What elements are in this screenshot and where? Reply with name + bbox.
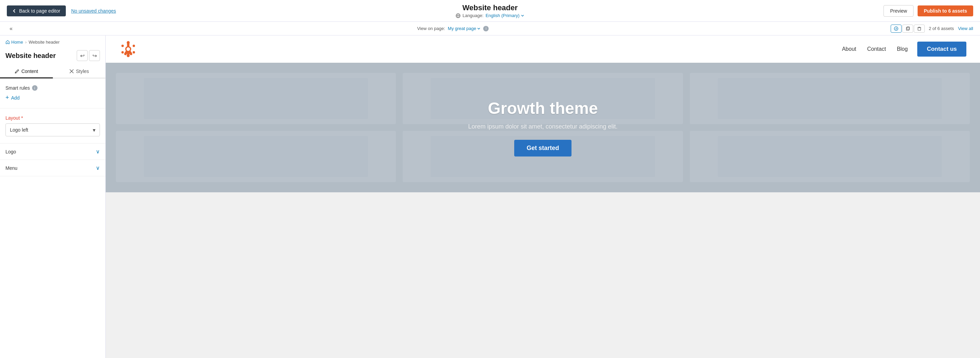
contact-us-button[interactable]: Contact us	[917, 41, 966, 57]
main-layout: Home › Website header Website header ↩ ↪…	[0, 35, 980, 358]
menu-section-label: Menu	[5, 165, 18, 171]
top-bar-left: Back to page editor No unsaved changes	[7, 5, 116, 16]
sidebar-title-row: Website header ↩ ↪	[0, 49, 105, 65]
copy-icon-button[interactable]	[902, 25, 913, 33]
nav-blog[interactable]: Blog	[897, 46, 908, 52]
tab-styles[interactable]: Styles	[53, 65, 106, 78]
chevron-down-icon	[477, 27, 480, 30]
svg-point-23	[127, 48, 130, 51]
svg-point-12	[127, 41, 130, 45]
collapse-sidebar-button[interactable]: «	[7, 24, 15, 33]
svg-point-18	[127, 54, 130, 57]
svg-point-14	[133, 45, 135, 47]
pencil-icon	[15, 69, 19, 74]
smart-rules-info-icon[interactable]: i	[32, 85, 38, 91]
language-row: Language: English (Primary)	[455, 13, 524, 18]
second-bar-left: «	[7, 24, 15, 33]
header-nav-and-cta: About Contact Blog Contact us	[842, 41, 966, 57]
smart-rules-section: Smart rules i + Add	[0, 78, 105, 108]
restore-icon-button[interactable]	[891, 25, 902, 33]
logo-section-label: Logo	[5, 149, 16, 154]
header-nav: About Contact Blog	[842, 46, 908, 52]
breadcrumb: Home › Website header	[0, 35, 105, 49]
globe-icon	[455, 13, 460, 18]
tab-content[interactable]: Content	[0, 65, 53, 78]
info-icon[interactable]: i	[483, 26, 488, 31]
assets-count: 2 of 6 assets	[929, 26, 954, 31]
second-bar: « View on page: My great page i	[0, 22, 980, 35]
asset-action-icons	[891, 25, 925, 33]
hero-cta-button[interactable]: Get started	[514, 140, 571, 156]
layout-section: Layout * Logo leftLogo centerLogo right …	[0, 108, 105, 143]
nav-contact[interactable]: Contact	[867, 46, 886, 52]
hero-title: Growth theme	[468, 99, 617, 118]
layout-select[interactable]: Logo leftLogo centerLogo right	[6, 124, 100, 136]
top-bar: Back to page editor No unsaved changes W…	[0, 0, 980, 22]
svg-point-20	[121, 51, 124, 54]
chevron-down-icon	[521, 14, 525, 18]
breadcrumb-separator: ›	[25, 40, 27, 45]
home-icon	[5, 40, 10, 45]
svg-point-22	[121, 45, 124, 47]
undo-redo-controls: ↩ ↪	[77, 50, 100, 61]
logo-section-toggle[interactable]: Logo ∨	[0, 143, 105, 160]
top-bar-right: Preview Publish to 6 assets	[883, 5, 973, 17]
restore-icon	[894, 26, 899, 31]
sidebar-title: Website header	[5, 52, 56, 60]
hubspot-logo	[119, 40, 137, 58]
logo-chevron-icon: ∨	[96, 148, 100, 155]
layout-select-wrapper: Logo leftLogo centerLogo right ▾	[5, 123, 100, 136]
sidebar-tabs: Content Styles	[0, 65, 105, 78]
svg-point-16	[133, 51, 135, 54]
svg-rect-6	[918, 28, 921, 30]
language-selector[interactable]: English (Primary)	[485, 13, 525, 18]
delete-icon-button[interactable]	[914, 25, 925, 33]
svg-rect-4	[906, 27, 909, 30]
top-bar-center: Website header Language: English (Primar…	[455, 3, 524, 18]
redo-button[interactable]: ↪	[89, 50, 100, 61]
undo-button[interactable]: ↩	[77, 50, 88, 61]
copy-icon	[905, 26, 910, 31]
layout-field-label: Layout *	[5, 115, 100, 121]
trash-icon	[917, 26, 922, 31]
website-header-preview: About Contact Blog Contact us	[106, 35, 980, 63]
svg-point-3	[894, 27, 898, 30]
hero-subtitle: Lorem ipsum dolor sit amet, consectetur …	[468, 123, 617, 130]
breadcrumb-home-link[interactable]: Home	[5, 40, 23, 45]
hubspot-logo-icon	[119, 40, 137, 58]
x-icon	[69, 69, 74, 74]
menu-chevron-icon: ∨	[96, 165, 100, 171]
unsaved-changes-link[interactable]: No unsaved changes	[71, 8, 116, 14]
sidebar: Home › Website header Website header ↩ ↪…	[0, 35, 106, 358]
smart-rules-label: Smart rules i	[5, 85, 100, 91]
view-on-page-section: View on page: My great page i	[417, 26, 488, 31]
preview-area: About Contact Blog Contact us Growth the…	[106, 35, 980, 358]
add-smart-rule-button[interactable]: + Add	[5, 94, 19, 101]
second-bar-right: 2 of 6 assets View all	[891, 25, 973, 33]
back-to-editor-button[interactable]: Back to page editor	[7, 5, 66, 16]
hero-content: Growth theme Lorem ipsum dolor sit amet,…	[455, 85, 631, 170]
hero-area: Growth theme Lorem ipsum dolor sit amet,…	[106, 63, 980, 192]
page-title: Website header	[455, 3, 524, 12]
nav-about[interactable]: About	[842, 46, 856, 52]
menu-section-toggle[interactable]: Menu ∨	[0, 160, 105, 176]
page-name-link[interactable]: My great page	[448, 26, 480, 31]
breadcrumb-current: Website header	[29, 40, 60, 45]
preview-button[interactable]: Preview	[883, 5, 913, 17]
view-all-link[interactable]: View all	[958, 26, 973, 31]
publish-button[interactable]: Publish to 6 assets	[918, 5, 973, 16]
